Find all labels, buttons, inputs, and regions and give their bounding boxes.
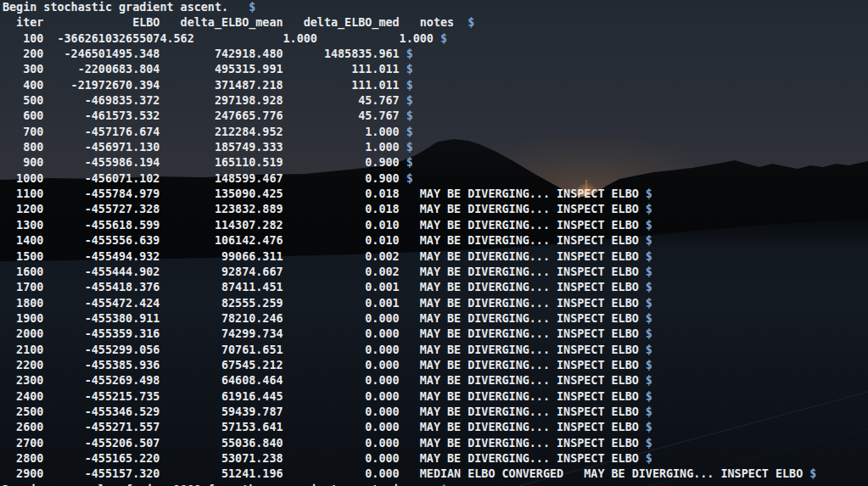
eol-marker: $ (646, 452, 652, 465)
terminal-line-text: 2500 -455346.529 59439.787 0.000 MAY BE … (3, 405, 646, 418)
eol-marker: $ (406, 141, 413, 154)
terminal-line-text: 1900 -455380.911 78210.246 0.000 MAY BE … (3, 312, 646, 325)
terminal-line-text: 700 -457176.674 212284.952 1.000 (3, 126, 406, 138)
terminal-line-text: 2300 -455269.498 64608.464 0.000 MAY BE … (3, 374, 646, 387)
terminal-line-text: 2100 -455299.056 70761.651 0.000 MAY BE … (3, 344, 646, 356)
eol-marker: $ (646, 421, 652, 433)
eol-marker: $ (406, 109, 413, 122)
eol-marker: $ (249, 1, 255, 14)
eol-marker: $ (646, 219, 652, 232)
terminal-line: 2400 -455215.735 61916.445 0.000 MAY BE … (3, 389, 868, 405)
eol-marker: $ (646, 265, 652, 278)
terminal-line: 1300 -455618.599 114307.282 0.010 MAY BE… (3, 218, 868, 233)
terminal-line-text: 900 -455986.194 165110.519 0.900 (3, 156, 406, 169)
terminal-line: 1600 -455444.902 92874.667 0.002 MAY BE … (3, 265, 868, 280)
terminal-line: 500 -469835.372 297198.928 45.767 $ (3, 93, 868, 109)
eol-marker: $ (646, 281, 652, 293)
terminal-intro-line: Begin stochastic gradient ascent. $ (3, 0, 868, 15)
eol-marker: $ (440, 32, 447, 45)
terminal-line: 400 -21972670.394 371487.218 111.011 $ (3, 78, 868, 93)
terminal-line: 900 -455986.194 165110.519 0.900 $ (3, 155, 868, 170)
terminal-line-text: 200 -246501495.348 742918.480 1485835.96… (3, 47, 406, 60)
terminal-line: 1100 -455784.979 135090.425 0.018 MAY BE… (3, 187, 868, 202)
eol-marker: $ (406, 156, 413, 169)
terminal-line: 600 -461573.532 247665.776 45.767 $ (3, 109, 868, 124)
eol-marker: $ (646, 312, 652, 325)
terminal-line-text: 2900 -455157.320 51241.196 0.000 MEDIAN … (3, 467, 809, 480)
terminal-line: 1000 -456071.102 148599.467 0.900 $ (3, 171, 868, 187)
eol-marker: $ (646, 344, 652, 356)
eol-marker: $ (646, 390, 652, 403)
terminal-line: 2900 -455157.320 51241.196 0.000 MEDIAN … (3, 466, 868, 482)
terminal-line-text: 1300 -455618.599 114307.282 0.010 MAY BE… (3, 219, 646, 232)
terminal-line: 300 -2200683.804 495315.991 111.011 $ (3, 62, 868, 77)
terminal-line-text: 1700 -455418.376 87411.451 0.001 MAY BE … (3, 281, 646, 293)
terminal-line: 1800 -455472.424 82555.259 0.001 MAY BE … (3, 296, 868, 311)
terminal-line: 2200 -455385.936 67545.212 0.000 MAY BE … (3, 358, 868, 373)
terminal-line-text: 2800 -455165.220 53071.238 0.000 MAY BE … (3, 452, 646, 465)
eol-marker: $ (646, 203, 652, 215)
terminal-line-text: 1100 -455784.979 135090.425 0.018 MAY BE… (3, 187, 646, 200)
terminal-line-text: 1800 -455472.424 82555.259 0.001 MAY BE … (3, 297, 646, 310)
eol-marker: $ (646, 187, 652, 200)
terminal-line-text: 2600 -455271.557 57153.641 0.000 MAY BE … (3, 421, 646, 433)
terminal-line: 2600 -455271.557 57153.641 0.000 MAY BE … (3, 420, 868, 435)
eol-marker: $ (440, 483, 447, 486)
terminal-line-text: 800 -456971.130 185749.333 1.000 (3, 141, 406, 154)
terminal-line: 2100 -455299.056 70761.651 0.000 MAY BE … (3, 343, 868, 358)
terminal-line-text: 300 -2200683.804 495315.991 111.011 (3, 63, 406, 75)
terminal-line-text: 100 -366261032655074.562 1.000 1.000 (3, 32, 440, 45)
eol-marker: $ (406, 172, 413, 185)
terminal-line: 2500 -455346.529 59439.787 0.000 MAY BE … (3, 405, 868, 420)
terminal-line: 1700 -455418.376 87411.451 0.001 MAY BE … (3, 280, 868, 295)
eol-marker: $ (646, 374, 652, 387)
eol-marker: $ (809, 467, 816, 480)
terminal-line-text: 600 -461573.532 247665.776 45.767 (3, 109, 406, 122)
terminal-line: 1500 -455494.932 99066.311 0.002 MAY BE … (3, 249, 868, 265)
terminal-line: 2000 -455359.316 74299.734 0.000 MAY BE … (3, 327, 868, 342)
terminal-line-text: Drawing a sample of size 1000 from the a… (3, 483, 440, 486)
terminal-line-text: 2000 -455359.316 74299.734 0.000 MAY BE … (3, 327, 646, 340)
terminal-line-text: 2700 -455206.507 55036.840 0.000 MAY BE … (3, 437, 646, 450)
eol-marker: $ (646, 359, 652, 371)
eol-marker: $ (406, 126, 413, 138)
eol-marker: $ (646, 297, 652, 310)
terminal-line: 1200 -455727.328 123832.889 0.018 MAY BE… (3, 202, 868, 217)
terminal-line: 1400 -455556.639 106142.476 0.010 MAY BE… (3, 233, 868, 249)
terminal-line-text: 1400 -455556.639 106142.476 0.010 MAY BE… (3, 234, 646, 247)
eol-marker: $ (406, 47, 413, 60)
eol-marker: $ (646, 250, 652, 263)
eol-marker: $ (646, 327, 652, 340)
terminal-partial-line: Drawing a sample of size 1000 from the a… (3, 483, 868, 486)
terminal-line-text: 1500 -455494.932 99066.311 0.002 MAY BE … (3, 250, 646, 263)
terminal-line-text: 2400 -455215.735 61916.445 0.000 MAY BE … (3, 390, 646, 403)
terminal-line: 100 -366261032655074.562 1.000 1.000 $ (3, 31, 868, 47)
eol-marker: $ (406, 94, 413, 107)
terminal-output: Begin stochastic gradient ascent. $ iter… (0, 0, 868, 486)
eol-marker: $ (646, 405, 652, 418)
terminal-header-line: iter ELBO delta_ELBO_mean delta_ELBO_med… (3, 15, 868, 31)
terminal-window: Begin stochastic gradient ascent. $ iter… (0, 0, 868, 486)
terminal-line-text: 1600 -455444.902 92874.667 0.002 MAY BE … (3, 265, 646, 278)
terminal-line-text: Begin stochastic gradient ascent. (3, 1, 249, 14)
eol-marker: $ (406, 79, 413, 92)
terminal-line-text: iter ELBO delta_ELBO_mean delta_ELBO_med… (3, 16, 468, 29)
terminal-line: 2700 -455206.507 55036.840 0.000 MAY BE … (3, 436, 868, 451)
terminal-line: 200 -246501495.348 742918.480 1485835.96… (3, 47, 868, 62)
terminal-line: 1900 -455380.911 78210.246 0.000 MAY BE … (3, 311, 868, 327)
terminal-line-text: 1000 -456071.102 148599.467 0.900 (3, 172, 406, 185)
terminal-line: 700 -457176.674 212284.952 1.000 $ (3, 125, 868, 140)
terminal-line: 800 -456971.130 185749.333 1.000 $ (3, 140, 868, 155)
terminal-line: 2800 -455165.220 53071.238 0.000 MAY BE … (3, 451, 868, 466)
eol-marker: $ (468, 16, 474, 29)
eol-marker: $ (646, 437, 652, 450)
eol-marker: $ (406, 63, 413, 75)
terminal-line-text: 2200 -455385.936 67545.212 0.000 MAY BE … (3, 359, 646, 371)
terminal-line-text: 500 -469835.372 297198.928 45.767 (3, 94, 406, 107)
eol-marker: $ (646, 234, 652, 247)
terminal-line-text: 1200 -455727.328 123832.889 0.018 MAY BE… (3, 203, 646, 215)
terminal-line-text: 400 -21972670.394 371487.218 111.011 (3, 79, 406, 92)
terminal-line: 2300 -455269.498 64608.464 0.000 MAY BE … (3, 373, 868, 388)
